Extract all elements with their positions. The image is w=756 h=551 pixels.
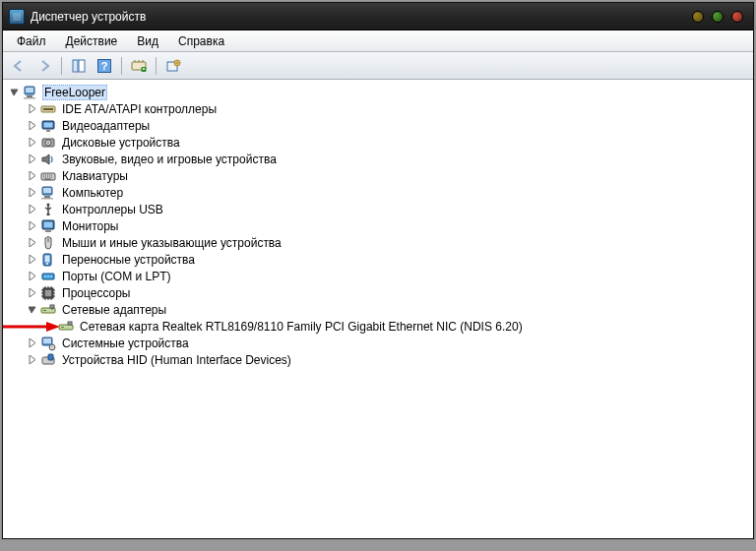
sound-icon	[40, 152, 56, 167]
display-icon	[40, 118, 56, 134]
tree-category-label: Клавиатуры	[60, 168, 130, 184]
tree-category-node[interactable]: Процессоры	[27, 284, 753, 301]
svg-rect-1	[79, 60, 85, 72]
usb-icon	[40, 202, 56, 217]
tree-category-node[interactable]: Порты (COM и LPT)	[27, 268, 753, 284]
tree-category-label: Видеоадаптеры	[60, 118, 152, 134]
tree-category-node[interactable]: Видеоадаптеры	[27, 117, 753, 134]
tree-category-label: Порты (COM и LPT)	[60, 269, 173, 284]
tree-category-node[interactable]: IDE ATA/ATAPI контроллеры	[27, 100, 753, 117]
tree-category-node[interactable]: Звуковые, видео и игровые устройства	[27, 151, 753, 167]
menu-view[interactable]: Вид	[127, 31, 168, 51]
keyboard-icon	[40, 168, 56, 184]
tree-category-node[interactable]: Устройства HID (Human Interface Devices)	[27, 351, 753, 368]
network-icon	[40, 302, 56, 318]
tree-category-node[interactable]: Мониторы	[27, 217, 753, 234]
window-controls	[692, 11, 747, 23]
mouse-icon	[40, 235, 56, 251]
tree-category-label: Мониторы	[60, 218, 120, 234]
chevron-down-icon[interactable]	[9, 87, 21, 98]
back-button[interactable]	[7, 55, 31, 77]
tree-category-label: Компьютер	[60, 185, 125, 201]
hid-icon	[40, 352, 56, 368]
minimize-button[interactable]	[692, 11, 704, 23]
tree-category-label: Мыши и иные указывающие устройства	[60, 235, 284, 251]
chevron-right-icon[interactable]	[27, 103, 38, 115]
menu-help[interactable]: Справка	[168, 31, 234, 51]
tree-category-node[interactable]: Системные устройства	[27, 335, 753, 351]
properties-button[interactable]	[161, 55, 185, 77]
chevron-right-icon[interactable]	[27, 120, 38, 132]
chevron-right-icon[interactable]	[27, 337, 38, 349]
device-manager-window: Диспетчер устройств Файл Действие Вид Сп…	[2, 2, 754, 539]
chevron-right-icon[interactable]	[27, 237, 38, 249]
ide-icon	[40, 101, 56, 117]
toolbar-separator	[156, 57, 157, 75]
chevron-right-icon[interactable]	[27, 271, 38, 282]
tree-category-label: Устройства HID (Human Interface Devices)	[60, 352, 293, 368]
tree-category-label: Звуковые, видео и игровые устройства	[60, 152, 279, 167]
monitor-icon	[40, 218, 56, 234]
disk-icon	[40, 135, 56, 151]
chevron-right-icon[interactable]	[27, 354, 38, 366]
menu-file[interactable]: Файл	[7, 31, 56, 51]
show-hide-tree-button[interactable]	[67, 55, 91, 77]
nic-icon	[58, 319, 74, 335]
portable-icon	[40, 252, 56, 268]
titlebar[interactable]: Диспетчер устройств	[3, 3, 753, 31]
tree-category-label: Переносные устройства	[60, 252, 197, 268]
chevron-right-icon[interactable]	[27, 153, 38, 165]
chevron-right-icon[interactable]	[27, 187, 38, 199]
toolbar: ?	[3, 52, 753, 80]
computer-icon	[40, 185, 56, 201]
tree-category-label: Дисковые устройства	[60, 135, 182, 151]
forward-button[interactable]	[32, 55, 56, 77]
svg-rect-0	[73, 60, 78, 72]
tree-category-label: Сетевые адаптеры	[60, 302, 168, 318]
cpu-icon	[40, 285, 56, 301]
tree-root-label: FreeLooper	[42, 85, 107, 100]
chevron-right-icon[interactable]	[27, 137, 38, 149]
tree-device-node[interactable]: Сетевая карта Realtek RTL8169/8110 Famil…	[44, 318, 753, 335]
tree-category-label: Контроллеры USB	[60, 202, 165, 217]
chevron-down-icon[interactable]	[27, 304, 38, 316]
tree-root-node[interactable]: FreeLooper	[9, 84, 753, 100]
tree-content[interactable]: FreeLooper IDE ATA/ATAPI контроллеры Вид…	[3, 80, 753, 538]
app-icon	[9, 9, 25, 25]
tree-category-node[interactable]: Мыши и иные указывающие устройства	[27, 234, 753, 251]
tree-category-node[interactable]: Сетевые адаптеры	[27, 301, 753, 318]
close-button[interactable]	[731, 11, 743, 23]
toolbar-separator	[121, 57, 122, 75]
tree-category-label: IDE ATA/ATAPI контроллеры	[60, 101, 219, 117]
chevron-right-icon[interactable]	[27, 220, 38, 232]
port-icon	[40, 269, 56, 284]
maximize-button[interactable]	[712, 11, 724, 23]
tree-device-label: Сетевая карта Realtek RTL8169/8110 Famil…	[78, 319, 525, 335]
scan-hardware-button[interactable]	[127, 55, 151, 77]
tree-category-node[interactable]: Переносные устройства	[27, 251, 753, 268]
window-title: Диспетчер устройств	[31, 10, 146, 24]
tree-category-label: Процессоры	[60, 285, 133, 301]
chevron-right-icon[interactable]	[27, 170, 38, 182]
tree-category-node[interactable]: Клавиатуры	[27, 167, 753, 184]
chevron-right-icon[interactable]	[27, 254, 38, 266]
computer-icon	[23, 85, 38, 100]
toolbar-separator	[61, 57, 62, 75]
help-button[interactable]: ?	[93, 55, 116, 77]
tree-category-node[interactable]: Контроллеры USB	[27, 201, 753, 217]
tree-category-node[interactable]: Компьютер	[27, 184, 753, 201]
system-icon	[40, 336, 56, 351]
tree-category-label: Системные устройства	[60, 336, 191, 351]
chevron-right-icon[interactable]	[27, 287, 38, 299]
menu-action[interactable]: Действие	[56, 31, 128, 51]
svg-text:?: ?	[101, 60, 108, 72]
chevron-right-icon[interactable]	[27, 204, 38, 215]
menubar: Файл Действие Вид Справка	[3, 31, 753, 52]
tree-category-node[interactable]: Дисковые устройства	[27, 134, 753, 151]
